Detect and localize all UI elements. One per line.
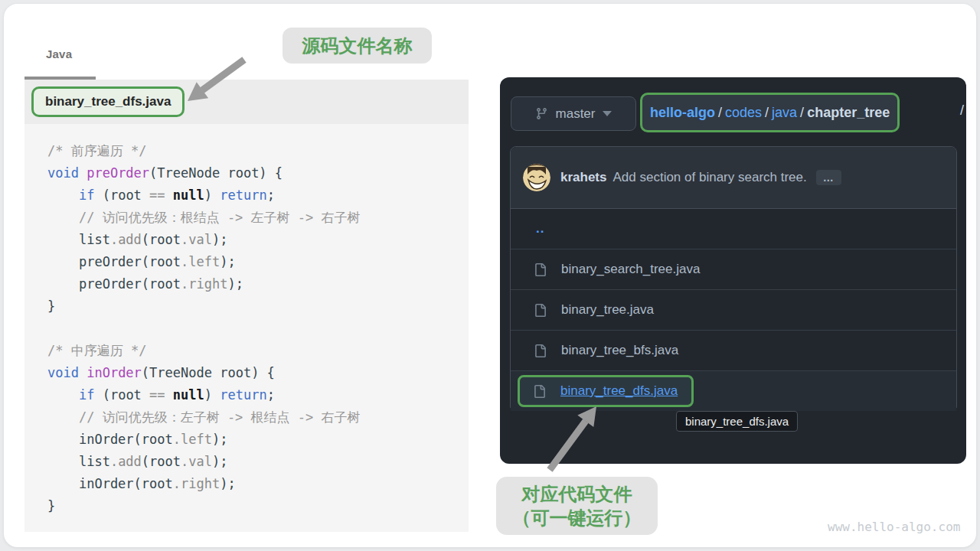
file-highlight-ring: binary_tree_dfs.java	[518, 375, 694, 407]
watermark: www.hello-algo.com	[828, 520, 960, 534]
file-browser-box: krahets Add section of binary search tre…	[510, 146, 957, 409]
file-link[interactable]: binary_search_tree.java	[561, 262, 700, 277]
code-line: void preOrder(TreeNode root) {	[47, 162, 469, 184]
file-row[interactable]: binary_tree_bfs.java	[511, 330, 956, 370]
code-line: // 访问优先级：根结点 -> 左子树 -> 右子树	[47, 207, 469, 229]
parent-directory-link[interactable]: ..	[534, 221, 544, 236]
code-line: preOrder(root.right);	[47, 273, 469, 295]
breadcrumb-item-chapter_tree: chapter_tree	[807, 105, 890, 121]
code-line: /* 中序遍历 */	[47, 340, 469, 362]
file-icon	[534, 343, 547, 359]
code-content: /* 前序遍历 */void preOrder(TreeNode root) {…	[24, 124, 469, 532]
annotation-text: 源码文件名称	[302, 34, 413, 57]
code-line: /* 前序遍历 */	[47, 140, 469, 162]
github-panel: master hello-algo/codes/java/chapter_tre…	[500, 77, 966, 464]
code-line: void inOrder(TreeNode root) {	[47, 362, 469, 384]
figure-card: Java binary_tree_dfs.java /* 前序遍历 */void…	[4, 4, 976, 547]
branch-selector-button[interactable]: master	[511, 96, 636, 131]
file-icon	[534, 262, 547, 278]
breadcrumb-trailing-slash: /	[960, 103, 964, 119]
git-branch-icon	[535, 107, 548, 120]
commit-message-link[interactable]: Add section of binary search tree.	[612, 170, 806, 185]
code-line: inOrder(root.left);	[47, 429, 469, 451]
latest-commit-bar: krahets Add section of binary search tre…	[511, 147, 956, 209]
commit-more-button[interactable]: …	[816, 170, 841, 185]
code-line: preOrder(root.left);	[47, 251, 469, 273]
file-link[interactable]: binary_tree_dfs.java	[560, 383, 678, 399]
file-row[interactable]: binary_tree_dfs.java	[511, 370, 956, 411]
file-icon	[534, 302, 547, 318]
file-row[interactable]: binary_tree.java	[511, 289, 956, 330]
code-line: }	[47, 295, 469, 318]
annotation-text: 对应代码文件	[522, 482, 632, 506]
code-line: // 访问优先级：左子树 -> 根结点 -> 右子树	[47, 406, 469, 429]
figure: Java binary_tree_dfs.java /* 前序遍历 */void…	[0, 0, 980, 551]
code-line: if (root == null) return;	[47, 384, 469, 406]
code-line: }	[47, 495, 469, 517]
code-line: list.add(root.val);	[47, 451, 469, 473]
file-icon	[533, 383, 546, 399]
breadcrumb-item-hello-algo[interactable]: hello-algo	[650, 105, 715, 121]
breadcrumb-item-codes[interactable]: codes	[725, 105, 762, 121]
file-list: ..binary_search_tree.javabinary_tree.jav…	[511, 209, 956, 411]
file-link[interactable]: binary_tree.java	[561, 302, 654, 318]
chevron-down-icon	[603, 111, 612, 116]
annotation-text: （可一键运行）	[513, 506, 642, 530]
code-line: if (root == null) return;	[47, 184, 469, 207]
code-line: list.add(root.val);	[47, 229, 469, 251]
annotation-code-file-label: 对应代码文件 （可一键运行）	[496, 477, 658, 535]
file-link[interactable]: binary_tree_bfs.java	[561, 343, 678, 358]
branch-name: master	[556, 106, 596, 122]
code-line: inOrder(root.right);	[47, 473, 469, 495]
annotation-source-file-label: 源码文件名称	[283, 28, 432, 64]
commit-author-link[interactable]: krahets	[560, 170, 606, 185]
code-filename-bar: binary_tree_dfs.java	[24, 80, 469, 124]
tab-java[interactable]: Java	[46, 47, 72, 60]
code-line	[47, 318, 469, 340]
source-filename: binary_tree_dfs.java	[45, 94, 171, 109]
file-row[interactable]: binary_search_tree.java	[511, 249, 956, 289]
breadcrumb-separator: /	[797, 105, 807, 121]
breadcrumb-highlight-ring: hello-algo/codes/java/chapter_tree	[640, 93, 900, 132]
filename-highlight-ring: binary_tree_dfs.java	[31, 86, 185, 117]
filename-tooltip: binary_tree_dfs.java	[676, 411, 798, 432]
file-row[interactable]: ..	[511, 209, 956, 249]
avatar[interactable]	[523, 164, 550, 191]
breadcrumb-separator: /	[715, 105, 725, 121]
breadcrumb-item-java[interactable]: java	[772, 105, 797, 121]
breadcrumb-separator: /	[762, 105, 772, 121]
